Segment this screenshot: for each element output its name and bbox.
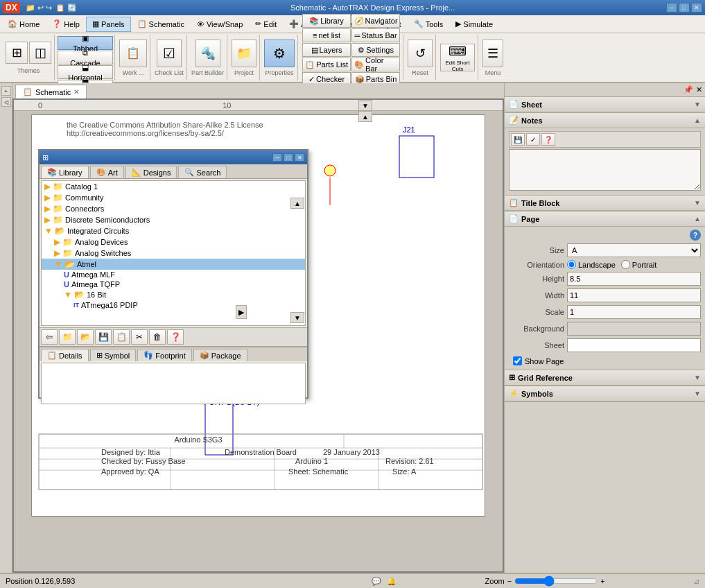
landscape-radio[interactable] [567,260,576,269]
tree-item-analog-switches[interactable]: ▶ 📁 Analog Switches [42,248,305,259]
sheet-section-header[interactable]: 📄 Sheet ▼ [505,97,705,112]
notes-textarea[interactable] [509,149,701,191]
page-collapse-btn[interactable]: ▲ [694,215,701,223]
lib-tool-copy[interactable]: 📋 [113,329,130,345]
menu-simulate[interactable]: ▶ Simulate [449,17,499,32]
gridref-collapse-btn[interactable]: ▼ [694,374,701,381]
layers-panel-btn[interactable]: ▤ Layers [302,43,351,57]
left-tb-btn-2[interactable]: ◁ [1,97,11,107]
schematic-tab[interactable]: 📋 Schematic ✕ [15,85,87,98]
bell-icon[interactable]: 🔔 [387,577,397,586]
tree-item-catalog1[interactable]: ▶ 📁 Catalog 1 [42,181,305,192]
tree-item-connectors[interactable]: ▶ 📁 Connectors [42,203,305,214]
portrait-radio[interactable] [621,260,630,269]
lib-tool-cut[interactable]: ✂ [131,329,148,345]
menu-toolbar-btn[interactable]: ☰ [482,40,503,67]
library-tree[interactable]: ▶ 📁 Catalog 1 ▶ 📁 Community ▶ 📁 C [41,180,306,326]
schematic-body[interactable]: 0 10 the Creative Commons Attribution Sh… [12,98,504,573]
library-tree-scroll-up[interactable]: ▲ [290,198,304,209]
lib-tool-help[interactable]: ❓ [167,329,184,345]
scroll-down-button[interactable]: ▼ [358,100,372,111]
library-tab-art[interactable]: 🎨 Art [90,166,124,178]
notes-ok-btn[interactable]: ✓ [526,133,540,146]
library-panel-btn[interactable]: 📚 Library [302,14,351,28]
menu-panels[interactable]: ▦ Panels [86,17,131,32]
gridref-section-header[interactable]: ⊞ Grid Reference ▼ [505,370,705,386]
checklist-btn[interactable]: ☑ [157,40,182,67]
library-bottom-tab-symbol[interactable]: ⊞ Symbol [90,349,137,361]
minimize-button[interactable]: ─ [666,3,677,12]
library-tab-library[interactable]: 📚 Library [41,166,89,178]
notes-save-btn[interactable]: 💾 [511,133,525,146]
tree-item-16bit[interactable]: ▼ 📂 16 Bit [42,289,305,300]
editshortcuts-btn[interactable]: ⌨ Edit Short Cuts [440,44,475,71]
size-select[interactable]: A [567,243,701,257]
library-bottom-tab-footprint[interactable]: 👣 Footprint [137,349,191,361]
menu-help[interactable]: ❓ Help [46,17,86,32]
partbuilder-btn[interactable]: 🔩 [195,40,220,67]
library-bottom-tab-details[interactable]: 📋 Details [41,349,89,361]
menu-edit[interactable]: ✏ Edit [249,17,283,32]
tree-item-community[interactable]: ▶ 📁 Community [42,192,305,203]
tree-item-atmel[interactable]: ▼ 📂 Atmel [42,259,305,270]
menu-viewsnap[interactable]: 👁 View/Snap [191,17,249,32]
title-bar-controls[interactable]: ─ □ ✕ [666,3,702,12]
office-btn[interactable]: ⊞ [6,42,28,64]
page-info-btn[interactable]: ? [690,230,701,241]
chat-icon[interactable]: 💬 [372,577,381,586]
reset-btn[interactable]: ↺ [408,40,433,67]
tree-item-analog-devices[interactable]: ▶ 📁 Analog Devices [42,236,305,248]
zoom-slider[interactable] [514,576,598,587]
tree-item-discrete[interactable]: ▶ 📁 Discrete Semiconductors [42,214,305,225]
win-btn[interactable]: ◫ [29,42,51,64]
background-color-picker[interactable] [567,322,701,336]
lib-tool-save[interactable]: 💾 [95,329,112,345]
maximize-button[interactable]: □ [679,3,690,12]
work-btn[interactable]: 📋 [119,40,147,67]
notes-collapse-btn[interactable]: ▲ [694,116,701,124]
colorbar-panel-btn[interactable]: 🎨 Color Bar [351,58,400,71]
tree-item-ic[interactable]: ▼ 📂 Integrated Circuits [42,225,305,236]
lib-tool-delete[interactable]: 🗑 [149,329,166,345]
lib-tool-folder[interactable]: 📁 [59,329,76,345]
portrait-radio-label[interactable]: Portrait [621,260,656,269]
tree-item-atmega16pdip[interactable]: IT ATmega16 PDIP [42,300,305,310]
menu-home[interactable]: 🏠 Home [1,17,46,32]
lib-tool-open[interactable]: 📂 [77,329,94,345]
notes-help-btn[interactable]: ❓ [541,133,555,146]
page-section-header[interactable]: 📄 Page ▲ [505,211,705,227]
tree-item-atmega-mlf[interactable]: U Atmega MLF [42,270,305,279]
project-btn[interactable]: 📁 [232,40,256,67]
symbols-collapse-btn[interactable]: ▼ [694,390,701,397]
landscape-radio-label[interactable]: Landscape [567,260,616,269]
library-tree-scroll-down[interactable]: ▼ [290,312,304,323]
sheet-color-picker[interactable] [567,338,701,352]
library-close-btn[interactable]: ✕ [295,153,304,162]
lib-tool-back[interactable]: ⇦ [41,329,58,345]
titleblock-section-header[interactable]: 📋 Title Block ▼ [505,196,705,211]
scale-input[interactable] [567,305,701,319]
netlist-panel-btn[interactable]: ≡ net list [302,28,351,42]
close-button[interactable]: ✕ [691,3,702,12]
right-panel-close-btn[interactable]: ✕ [696,85,702,94]
show-page-checkbox[interactable] [513,356,522,365]
pin-icon[interactable]: 📌 [684,85,693,94]
sheet-collapse-btn[interactable]: ▼ [694,101,701,108]
library-bottom-tab-package[interactable]: 📦 Package [193,349,247,361]
schematic-tab-close[interactable]: ✕ [73,88,79,96]
library-tab-designs[interactable]: 📐 Designs [125,166,177,178]
library-titlebar-controls[interactable]: ─ □ ✕ [272,153,304,162]
titleblock-collapse-btn[interactable]: ▼ [694,199,701,207]
properties-btn[interactable]: ⚙ [264,40,295,67]
tree-item-atmega-tqfp[interactable]: U Atmega TQFP [42,279,305,289]
library-maximize-btn[interactable]: □ [284,153,293,162]
symbols-section-header[interactable]: ⚡ Symbols ▼ [505,386,705,401]
settings-panel-btn[interactable]: ⚙ Settings [351,43,400,57]
height-input[interactable] [567,272,701,286]
left-tb-btn-1[interactable]: + [1,86,11,96]
library-tab-search[interactable]: 🔍 Search [178,166,227,178]
menu-schematic[interactable]: 📋 Schematic [131,17,191,32]
navigator-panel-btn[interactable]: 🧭 Navigator [351,14,400,28]
width-input[interactable] [567,288,701,302]
library-minimize-btn[interactable]: ─ [272,153,282,162]
